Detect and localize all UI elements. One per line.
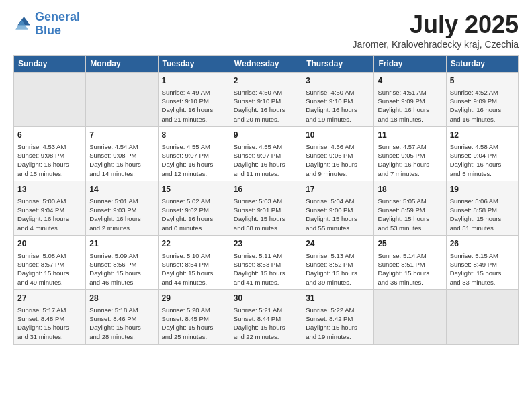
weekday-header-thursday: Thursday [302, 56, 374, 73]
calendar-cell: 17Sunrise: 5:04 AM Sunset: 9:00 PM Dayli… [302, 181, 374, 235]
day-detail: Sunrise: 4:50 AM Sunset: 9:10 PM Dayligh… [306, 88, 370, 124]
calendar-cell: 14Sunrise: 5:01 AM Sunset: 9:03 PM Dayli… [86, 181, 158, 235]
calendar-cell: 10Sunrise: 4:56 AM Sunset: 9:06 PM Dayli… [302, 126, 374, 181]
calendar-cell: 19Sunrise: 5:06 AM Sunset: 8:58 PM Dayli… [446, 181, 518, 235]
calendar-cell [86, 73, 158, 127]
weekday-header-row: SundayMondayTuesdayWednesdayThursdayFrid… [14, 56, 519, 73]
day-number: 15 [162, 184, 226, 195]
calendar-cell: 1Sunrise: 4:49 AM Sunset: 9:10 PM Daylig… [158, 73, 230, 127]
day-number: 29 [162, 293, 226, 304]
day-detail: Sunrise: 4:58 AM Sunset: 9:04 PM Dayligh… [450, 142, 515, 178]
day-detail: Sunrise: 5:10 AM Sunset: 8:54 PM Dayligh… [162, 251, 226, 287]
day-detail: Sunrise: 5:20 AM Sunset: 8:45 PM Dayligh… [162, 306, 226, 341]
day-number: 12 [450, 130, 515, 141]
calendar-cell: 3Sunrise: 4:50 AM Sunset: 9:10 PM Daylig… [302, 73, 374, 127]
calendar-cell: 9Sunrise: 4:55 AM Sunset: 9:07 PM Daylig… [230, 126, 302, 181]
calendar-cell: 16Sunrise: 5:03 AM Sunset: 9:01 PM Dayli… [230, 181, 302, 235]
day-detail: Sunrise: 5:04 AM Sunset: 9:00 PM Dayligh… [306, 197, 370, 232]
calendar-cell: 15Sunrise: 5:02 AM Sunset: 9:02 PM Dayli… [158, 181, 230, 235]
calendar-cell: 6Sunrise: 4:53 AM Sunset: 9:08 PM Daylig… [14, 126, 86, 181]
calendar-cell: 22Sunrise: 5:10 AM Sunset: 8:54 PM Dayli… [158, 235, 230, 289]
location-title: Jaromer, Kralovehradecky kraj, Czechia [353, 39, 519, 50]
day-detail: Sunrise: 4:57 AM Sunset: 9:05 PM Dayligh… [378, 142, 442, 178]
calendar-cell: 12Sunrise: 4:58 AM Sunset: 9:04 PM Dayli… [446, 126, 518, 181]
calendar-cell: 2Sunrise: 4:50 AM Sunset: 9:10 PM Daylig… [230, 73, 302, 127]
day-number: 5 [450, 75, 515, 87]
day-number: 17 [306, 184, 370, 195]
day-detail: Sunrise: 4:54 AM Sunset: 9:08 PM Dayligh… [89, 142, 154, 178]
day-number: 30 [234, 293, 298, 304]
calendar-cell: 7Sunrise: 4:54 AM Sunset: 9:08 PM Daylig… [86, 126, 158, 181]
calendar-cell [374, 289, 446, 344]
day-detail: Sunrise: 5:17 AM Sunset: 8:48 PM Dayligh… [17, 306, 82, 341]
weekday-header-wednesday: Wednesday [230, 56, 302, 73]
calendar-table: SundayMondayTuesdayWednesdayThursdayFrid… [13, 55, 519, 345]
day-detail: Sunrise: 5:02 AM Sunset: 9:02 PM Dayligh… [162, 197, 226, 232]
day-detail: Sunrise: 5:14 AM Sunset: 8:51 PM Dayligh… [378, 251, 442, 287]
day-number: 19 [450, 184, 515, 195]
day-number: 20 [17, 238, 82, 250]
day-detail: Sunrise: 5:09 AM Sunset: 8:56 PM Dayligh… [89, 251, 154, 287]
calendar-cell: 8Sunrise: 4:55 AM Sunset: 9:07 PM Daylig… [158, 126, 230, 181]
calendar-week-row: 13Sunrise: 5:00 AM Sunset: 9:04 PM Dayli… [14, 181, 519, 235]
day-number: 23 [234, 238, 298, 250]
weekday-header-friday: Friday [374, 56, 446, 73]
day-detail: Sunrise: 5:11 AM Sunset: 8:53 PM Dayligh… [234, 251, 298, 287]
day-detail: Sunrise: 5:08 AM Sunset: 8:57 PM Dayligh… [17, 251, 82, 287]
day-number: 31 [306, 293, 370, 304]
day-number: 9 [234, 130, 298, 141]
day-number: 1 [162, 75, 226, 87]
day-detail: Sunrise: 4:51 AM Sunset: 9:09 PM Dayligh… [378, 88, 442, 124]
calendar-cell: 26Sunrise: 5:15 AM Sunset: 8:49 PM Dayli… [446, 235, 518, 289]
calendar-cell [446, 289, 518, 344]
calendar-cell: 4Sunrise: 4:51 AM Sunset: 9:09 PM Daylig… [374, 73, 446, 127]
day-detail: Sunrise: 5:22 AM Sunset: 8:42 PM Dayligh… [306, 306, 370, 341]
logo-text: General Blue [35, 11, 80, 38]
day-number: 2 [234, 75, 298, 87]
day-number: 26 [450, 238, 515, 250]
weekday-header-saturday: Saturday [446, 56, 518, 73]
day-detail: Sunrise: 5:21 AM Sunset: 8:44 PM Dayligh… [234, 306, 298, 341]
calendar-cell: 30Sunrise: 5:21 AM Sunset: 8:44 PM Dayli… [230, 289, 302, 344]
day-detail: Sunrise: 4:56 AM Sunset: 9:06 PM Dayligh… [306, 142, 370, 178]
day-number: 13 [17, 184, 82, 195]
day-number: 4 [378, 75, 442, 87]
calendar-cell: 23Sunrise: 5:11 AM Sunset: 8:53 PM Dayli… [230, 235, 302, 289]
day-number: 25 [378, 238, 442, 250]
month-title: July 2025 [353, 11, 519, 39]
day-detail: Sunrise: 5:18 AM Sunset: 8:46 PM Dayligh… [89, 306, 154, 341]
day-number: 21 [89, 238, 154, 250]
day-number: 7 [89, 130, 154, 141]
calendar-cell: 24Sunrise: 5:13 AM Sunset: 8:52 PM Dayli… [302, 235, 374, 289]
logo-icon [13, 15, 32, 34]
day-number: 24 [306, 238, 370, 250]
day-number: 10 [306, 130, 370, 141]
calendar-cell: 28Sunrise: 5:18 AM Sunset: 8:46 PM Dayli… [86, 289, 158, 344]
calendar-week-row: 27Sunrise: 5:17 AM Sunset: 8:48 PM Dayli… [14, 289, 519, 344]
day-detail: Sunrise: 4:55 AM Sunset: 9:07 PM Dayligh… [162, 142, 226, 178]
calendar-cell: 31Sunrise: 5:22 AM Sunset: 8:42 PM Dayli… [302, 289, 374, 344]
day-number: 6 [17, 130, 82, 141]
day-detail: Sunrise: 5:00 AM Sunset: 9:04 PM Dayligh… [17, 197, 82, 232]
day-detail: Sunrise: 4:53 AM Sunset: 9:08 PM Dayligh… [17, 142, 82, 178]
calendar-week-row: 1Sunrise: 4:49 AM Sunset: 9:10 PM Daylig… [14, 73, 519, 127]
calendar-week-row: 6Sunrise: 4:53 AM Sunset: 9:08 PM Daylig… [14, 126, 519, 181]
day-number: 14 [89, 184, 154, 195]
day-number: 3 [306, 75, 370, 87]
calendar-cell: 29Sunrise: 5:20 AM Sunset: 8:45 PM Dayli… [158, 289, 230, 344]
calendar-cell: 18Sunrise: 5:05 AM Sunset: 8:59 PM Dayli… [374, 181, 446, 235]
day-number: 22 [162, 238, 226, 250]
day-detail: Sunrise: 5:01 AM Sunset: 9:03 PM Dayligh… [89, 197, 154, 232]
day-detail: Sunrise: 4:50 AM Sunset: 9:10 PM Dayligh… [234, 88, 298, 124]
calendar-cell: 27Sunrise: 5:17 AM Sunset: 8:48 PM Dayli… [14, 289, 86, 344]
weekday-header-sunday: Sunday [14, 56, 86, 73]
calendar-cell [14, 73, 86, 127]
page-header: General Blue July 2025 Jaromer, Kraloveh… [13, 11, 519, 50]
day-detail: Sunrise: 4:49 AM Sunset: 9:10 PM Dayligh… [162, 88, 226, 124]
day-detail: Sunrise: 5:15 AM Sunset: 8:49 PM Dayligh… [450, 251, 515, 287]
day-detail: Sunrise: 5:03 AM Sunset: 9:01 PM Dayligh… [234, 197, 298, 232]
calendar-cell: 20Sunrise: 5:08 AM Sunset: 8:57 PM Dayli… [14, 235, 86, 289]
weekday-header-monday: Monday [86, 56, 158, 73]
day-detail: Sunrise: 5:05 AM Sunset: 8:59 PM Dayligh… [378, 197, 442, 232]
logo: General Blue [13, 11, 80, 38]
